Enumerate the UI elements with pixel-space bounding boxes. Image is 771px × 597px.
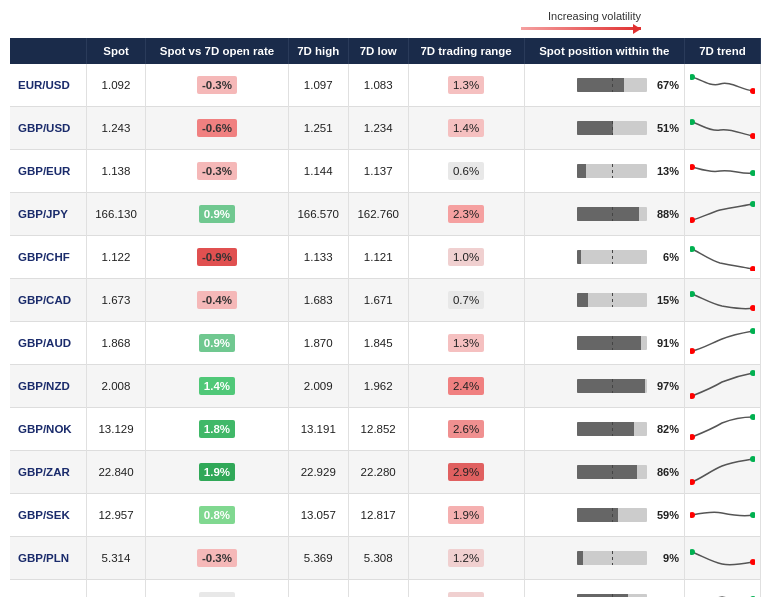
cell-spot: 1.122 xyxy=(86,236,146,279)
cell-7d-high: 26.787 xyxy=(288,580,348,598)
svg-point-11 xyxy=(750,305,755,311)
cell-7d-range: 2.4% xyxy=(408,365,524,408)
cell-7d-low: 1.121 xyxy=(348,236,408,279)
cell-7d-low: 1.083 xyxy=(348,64,408,107)
cell-7d-trend xyxy=(685,64,761,107)
table-row: GBP/ZAR22.8401.9%22.92922.2802.9%86% xyxy=(10,451,761,494)
cell-spot-vs-7d: 0.0% xyxy=(146,580,288,598)
cell-spot-vs-7d: -0.9% xyxy=(146,236,288,279)
cell-7d-range: 1.4% xyxy=(408,107,524,150)
cell-7d-trend xyxy=(685,408,761,451)
cell-pair: GBP/USD xyxy=(10,107,86,150)
cell-spot-vs-7d: 1.4% xyxy=(146,365,288,408)
cell-7d-range: 2.9% xyxy=(408,451,524,494)
cell-7d-trend xyxy=(685,107,761,150)
table-row: GBP/AUD1.8680.9%1.8701.8451.3%91% xyxy=(10,322,761,365)
cell-spot: 1.673 xyxy=(86,279,146,322)
cell-spot-position: 73% xyxy=(524,580,684,598)
cell-spot-position: 59% xyxy=(524,494,684,537)
fx-table: Spot Spot vs 7D open rate 7D high 7D low… xyxy=(10,38,761,597)
cell-7d-low: 1.234 xyxy=(348,107,408,150)
cell-spot-vs-7d: -0.4% xyxy=(146,279,288,322)
svg-point-20 xyxy=(690,512,695,518)
svg-point-15 xyxy=(750,370,755,376)
cell-pair: GBP/EUR xyxy=(10,150,86,193)
cell-7d-trend xyxy=(685,365,761,408)
svg-point-12 xyxy=(690,348,695,354)
trend-sparkline xyxy=(690,327,755,357)
volatility-header: Increasing volatility xyxy=(10,10,761,34)
cell-7d-trend xyxy=(685,193,761,236)
cell-spot-position: 88% xyxy=(524,193,684,236)
table-row: EUR/USD1.092-0.3%1.0971.0831.3%67% xyxy=(10,64,761,107)
cell-7d-high: 1.097 xyxy=(288,64,348,107)
trend-sparkline xyxy=(690,155,755,185)
cell-spot: 22.840 xyxy=(86,451,146,494)
cell-7d-low: 12.852 xyxy=(348,408,408,451)
cell-7d-trend xyxy=(685,494,761,537)
svg-point-17 xyxy=(750,414,755,420)
cell-7d-low: 22.280 xyxy=(348,451,408,494)
cell-7d-low: 26.526 xyxy=(348,580,408,598)
cell-7d-low: 5.308 xyxy=(348,537,408,580)
table-row: GBP/PLN5.314-0.3%5.3695.3081.2%9% xyxy=(10,537,761,580)
trend-sparkline xyxy=(690,284,755,314)
svg-point-10 xyxy=(690,291,695,297)
cell-7d-high: 1.251 xyxy=(288,107,348,150)
table-header-row: Spot Spot vs 7D open rate 7D high 7D low… xyxy=(10,38,761,64)
cell-7d-range: 1.9% xyxy=(408,494,524,537)
cell-7d-high: 13.191 xyxy=(288,408,348,451)
trend-sparkline xyxy=(690,198,755,228)
cell-spot: 1.138 xyxy=(86,150,146,193)
cell-7d-low: 12.817 xyxy=(348,494,408,537)
svg-point-5 xyxy=(750,170,755,176)
cell-pair: GBP/ZAR xyxy=(10,451,86,494)
header-7d-high: 7D high xyxy=(288,38,348,64)
cell-pair: GBP/JPY xyxy=(10,193,86,236)
svg-point-7 xyxy=(750,201,755,207)
trend-sparkline xyxy=(690,542,755,572)
svg-point-21 xyxy=(750,512,755,518)
svg-point-3 xyxy=(750,133,755,139)
trend-sparkline xyxy=(690,69,755,99)
cell-7d-high: 1.870 xyxy=(288,322,348,365)
cell-pair: GBP/CAD xyxy=(10,279,86,322)
cell-7d-low: 1.845 xyxy=(348,322,408,365)
svg-point-23 xyxy=(750,559,755,565)
cell-spot-vs-7d: -0.6% xyxy=(146,107,288,150)
trend-sparkline xyxy=(690,499,755,529)
trend-sparkline xyxy=(690,413,755,443)
cell-7d-trend xyxy=(685,580,761,598)
cell-7d-range: 0.7% xyxy=(408,279,524,322)
cell-pair: GBP/CZK xyxy=(10,580,86,598)
cell-7d-trend xyxy=(685,236,761,279)
table-row: GBP/NZD2.0081.4%2.0091.9622.4%97% xyxy=(10,365,761,408)
cell-spot: 5.314 xyxy=(86,537,146,580)
svg-point-8 xyxy=(690,246,695,252)
svg-point-0 xyxy=(690,74,695,80)
cell-spot: 12.957 xyxy=(86,494,146,537)
cell-spot-vs-7d: 0.9% xyxy=(146,193,288,236)
svg-point-16 xyxy=(690,434,695,440)
cell-spot-position: 86% xyxy=(524,451,684,494)
cell-spot-vs-7d: -0.3% xyxy=(146,150,288,193)
cell-spot-vs-7d: -0.3% xyxy=(146,537,288,580)
cell-7d-high: 5.369 xyxy=(288,537,348,580)
svg-point-1 xyxy=(750,88,755,94)
svg-point-19 xyxy=(750,456,755,462)
cell-spot: 1.243 xyxy=(86,107,146,150)
table-row: GBP/NOK13.1291.8%13.19112.8522.6%82% xyxy=(10,408,761,451)
cell-spot-position: 97% xyxy=(524,365,684,408)
trend-sparkline xyxy=(690,241,755,271)
cell-spot-vs-7d: 0.9% xyxy=(146,322,288,365)
volatility-arrow xyxy=(521,24,641,34)
header-spot-vs-7d: Spot vs 7D open rate xyxy=(146,38,288,64)
table-row: GBP/CHF1.122-0.9%1.1331.1211.0%6% xyxy=(10,236,761,279)
cell-7d-high: 22.929 xyxy=(288,451,348,494)
cell-7d-range: 0.6% xyxy=(408,150,524,193)
cell-spot: 2.008 xyxy=(86,365,146,408)
svg-point-18 xyxy=(690,479,695,485)
cell-spot-vs-7d: 1.8% xyxy=(146,408,288,451)
cell-spot-position: 51% xyxy=(524,107,684,150)
cell-7d-trend xyxy=(685,451,761,494)
